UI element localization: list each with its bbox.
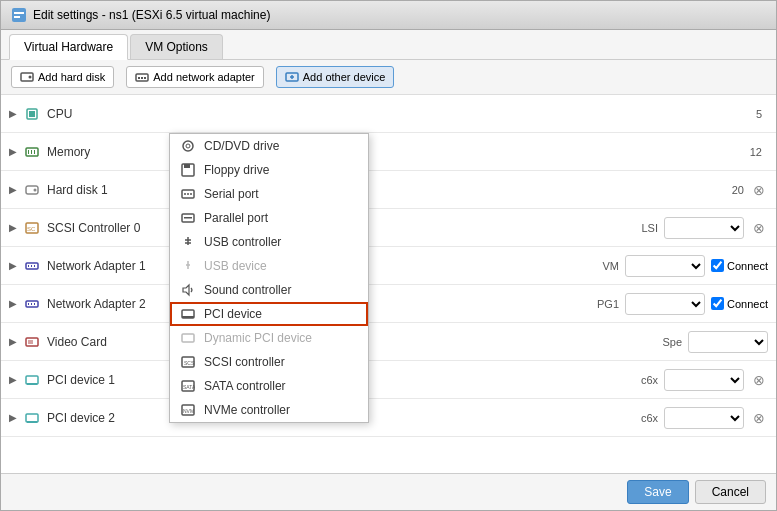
expand-arrow[interactable]: ▶	[9, 108, 23, 119]
expand-arrow[interactable]: ▶	[9, 260, 23, 271]
remove-button[interactable]: ⊗	[750, 181, 768, 199]
connect-checkbox[interactable]	[711, 259, 724, 272]
net2-select[interactable]	[625, 293, 705, 315]
table-row: ▶ PCI device 2 c6x ⊗	[1, 399, 776, 437]
connect-label: Connect	[711, 297, 768, 310]
usb-icon	[180, 235, 196, 249]
svg-rect-39	[184, 164, 190, 168]
svg-rect-1	[14, 12, 24, 14]
svg-rect-6	[138, 77, 140, 79]
scsi-select[interactable]	[664, 217, 744, 239]
remove-button[interactable]: ⊗	[750, 409, 768, 427]
sata-icon: SATA	[180, 379, 196, 393]
svg-text:NVM: NVM	[183, 408, 194, 414]
video-icon	[23, 335, 41, 349]
svg-rect-0	[12, 8, 26, 22]
dropdown-item-parallel-port[interactable]: Parallel port	[170, 206, 368, 230]
dropdown-item-dynamic-pci: Dynamic PCI device	[170, 326, 368, 350]
row-actions: ⊗	[664, 407, 768, 429]
tab-vm-options[interactable]: VM Options	[130, 34, 223, 59]
dropdown-item-nvme-controller[interactable]: NVM NVMe controller	[170, 398, 368, 422]
expand-arrow[interactable]: ▶	[9, 184, 23, 195]
svg-rect-16	[31, 150, 32, 154]
tab-bar: Virtual Hardware VM Options	[1, 30, 776, 60]
table-row: ▶ PCI device 1 c6x ⊗	[1, 361, 776, 399]
row-actions: ⊗	[664, 369, 768, 391]
memory-icon	[23, 145, 41, 159]
save-button[interactable]: Save	[627, 480, 688, 504]
add-other-device-button[interactable]: Add other device	[276, 66, 395, 88]
remove-button[interactable]: ⊗	[750, 371, 768, 389]
svg-rect-25	[34, 265, 35, 267]
svg-rect-35	[27, 421, 37, 423]
dropdown-item-pci-device[interactable]: PCI device	[170, 302, 368, 326]
svg-rect-48	[182, 334, 194, 342]
connect-label: Connect	[711, 259, 768, 272]
scsi-icon: SC	[23, 221, 41, 235]
video-select[interactable]	[688, 331, 768, 353]
svg-rect-32	[26, 376, 38, 384]
dropdown-item-cd-dvd[interactable]: CD/DVD drive	[170, 134, 368, 158]
add-other-device-dropdown: CD/DVD drive Floppy drive Serial port Pa…	[169, 133, 369, 423]
svg-text:SCSI: SCSI	[184, 360, 195, 366]
table-row: ▶ CPU 5	[1, 95, 776, 133]
title-bar: Edit settings - ns1 (ESXi 6.5 virtual ma…	[1, 1, 776, 30]
toolbar: Add hard disk Add network adapter Add ot…	[1, 60, 776, 95]
disk-icon	[23, 183, 41, 197]
svg-point-42	[187, 193, 189, 195]
expand-arrow[interactable]: ▶	[9, 222, 23, 233]
connect-checkbox[interactable]	[711, 297, 724, 310]
svg-rect-47	[182, 316, 194, 318]
cd-icon	[180, 139, 196, 153]
window-title: Edit settings - ns1 (ESXi 6.5 virtual ma…	[33, 8, 270, 22]
table-row: ▶ Memory 12	[1, 133, 776, 171]
table-row: ▶ Network Adapter 2 PG1 Connect	[1, 285, 776, 323]
dropdown-item-serial-port[interactable]: Serial port	[170, 182, 368, 206]
add-network-adapter-button[interactable]: Add network adapter	[126, 66, 264, 88]
footer: Save Cancel	[1, 473, 776, 510]
expand-arrow[interactable]: ▶	[9, 374, 23, 385]
row-actions: ⊗	[750, 181, 768, 199]
tab-virtual-hardware[interactable]: Virtual Hardware	[9, 34, 128, 60]
expand-arrow[interactable]: ▶	[9, 146, 23, 157]
pci-menu-icon	[180, 307, 196, 321]
dropdown-item-usb-controller[interactable]: USB controller	[170, 230, 368, 254]
svg-point-4	[29, 76, 32, 79]
svg-rect-17	[34, 150, 35, 154]
serial-icon	[180, 187, 196, 201]
svg-rect-7	[141, 77, 143, 79]
svg-rect-27	[28, 303, 29, 305]
usb-device-icon	[180, 259, 196, 273]
row-actions: Connect	[625, 255, 768, 277]
table-row: ▶ Video Card Spe	[1, 323, 776, 361]
hard-disk-icon	[20, 70, 34, 84]
remove-button[interactable]: ⊗	[750, 219, 768, 237]
dropdown-item-sound-controller[interactable]: Sound controller	[170, 278, 368, 302]
other-device-icon	[285, 70, 299, 84]
dropdown-item-sata-controller[interactable]: SATA SATA controller	[170, 374, 368, 398]
svg-text:SC: SC	[27, 226, 36, 232]
dropdown-item-floppy[interactable]: Floppy drive	[170, 158, 368, 182]
window-icon	[11, 7, 27, 23]
svg-rect-34	[26, 414, 38, 422]
add-hard-disk-button[interactable]: Add hard disk	[11, 66, 114, 88]
expand-arrow[interactable]: ▶	[9, 412, 23, 423]
row-actions: Connect	[625, 293, 768, 315]
cancel-button[interactable]: Cancel	[695, 480, 766, 504]
svg-point-19	[34, 188, 37, 191]
dynamic-pci-icon	[180, 331, 196, 345]
table-row: ▶ SC SCSI Controller 0 LSI ⊗	[1, 209, 776, 247]
pci1-select[interactable]	[664, 369, 744, 391]
svg-rect-15	[28, 150, 29, 154]
expand-arrow[interactable]: ▶	[9, 298, 23, 309]
svg-point-36	[183, 141, 193, 151]
svg-rect-2	[14, 16, 20, 18]
dropdown-item-scsi-controller[interactable]: SCSI SCSI controller	[170, 350, 368, 374]
expand-arrow[interactable]: ▶	[9, 336, 23, 347]
row-actions	[688, 331, 768, 353]
pci-icon	[23, 373, 41, 387]
network-adapter-icon	[135, 70, 149, 84]
cpu-icon	[23, 107, 41, 121]
net1-select[interactable]	[625, 255, 705, 277]
pci2-select[interactable]	[664, 407, 744, 429]
